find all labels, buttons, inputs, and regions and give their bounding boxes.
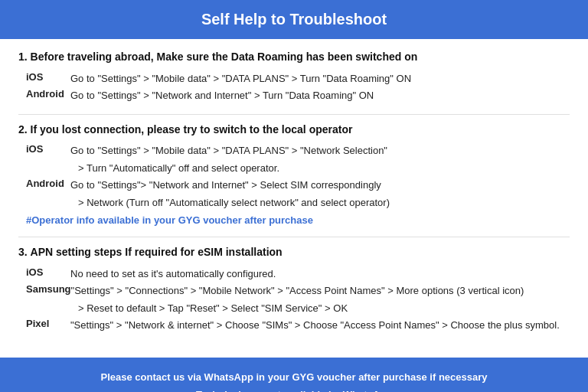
section-1-ios-row: iOS Go to "Settings" > "Mobile data" > "… [18, 71, 570, 87]
section-2-android-cont: > Network (Turn off "Automatically selec… [18, 195, 570, 211]
section-2-ios-row: iOS Go to "Settings" > "Mobile data" > "… [18, 143, 570, 158]
section-3-ios-row: iOS No need to set as it's automatically… [18, 266, 570, 282]
section-2-highlight: #Operator info available in your GYG vou… [18, 214, 570, 226]
footer-line1: Please contact us via WhatsApp in your G… [15, 368, 573, 386]
section-2-android-row: Android Go to "Settings"> "Network and I… [18, 178, 570, 193]
pixel-text-3: "Settings" > "Network & internet" > Choo… [70, 318, 560, 333]
samsung-label-3: Samsung [26, 283, 71, 295]
section-2-title: 2. If you lost connection, please try to… [18, 122, 570, 138]
section-3-title-text: APN setting steps If required for eSIM i… [31, 246, 283, 258]
main-content: 1. Before traveling abroad, Make sure th… [0, 39, 588, 351]
ios-text-1: Go to "Settings" > "Mobile data" > "DATA… [70, 71, 411, 87]
section-2-title-text: If you lost connection, please try to sw… [31, 123, 353, 136]
divider-1 [18, 114, 570, 115]
ios-text-2: Go to "Settings" > "Mobile data" > "DATA… [70, 143, 387, 158]
section-3-samsung-cont: > Reset to default > Tap "Reset" > Selec… [18, 301, 570, 316]
page-title: Self Help to Troubleshoot [15, 11, 573, 28]
section-1-android-row: Android Go to "Settings" > "Network and … [18, 88, 570, 103]
section-1: 1. Before traveling abroad, Make sure th… [18, 50, 570, 103]
section-3-title: 3. APN setting steps If required for eSI… [18, 245, 570, 260]
footer-line2: Technical support available by WhatsApp [15, 386, 573, 392]
section-1-title-text: Before traveling abroad, Make sure the D… [31, 51, 418, 63]
divider-2 [18, 237, 570, 237]
ios-label-1: iOS [26, 71, 70, 83]
pixel-label-3: Pixel [26, 318, 70, 329]
android-text-2: Go to "Settings"> "Network and Internet"… [70, 178, 381, 193]
section-2: 2. If you lost connection, please try to… [18, 122, 570, 227]
ios-label-2: iOS [26, 143, 70, 155]
page-header: Self Help to Troubleshoot [0, 0, 588, 39]
section-3-samsung-row: Samsung "Settings" > "Connections" > "Mo… [18, 283, 570, 299]
section-1-title: 1. Before traveling abroad, Make sure th… [18, 50, 570, 65]
android-text-1: Go to "Settings" > "Network and Internet… [70, 88, 374, 103]
section-3: 3. APN setting steps If required for eSI… [18, 245, 570, 333]
ios-label-3: iOS [26, 266, 70, 278]
samsung-text-3: "Settings" > "Connections" > "Mobile Net… [71, 283, 524, 299]
section-3-pixel-row: Pixel "Settings" > "Network & internet" … [18, 318, 570, 333]
android-label-1: Android [26, 88, 70, 100]
section-2-ios-cont: > Turn "Automatically" off and select op… [18, 161, 570, 176]
page-footer: Please contact us via WhatsApp in your G… [0, 358, 588, 392]
android-label-2: Android [26, 178, 70, 189]
ios-text-3: No need to set as it's automatically con… [70, 266, 276, 282]
